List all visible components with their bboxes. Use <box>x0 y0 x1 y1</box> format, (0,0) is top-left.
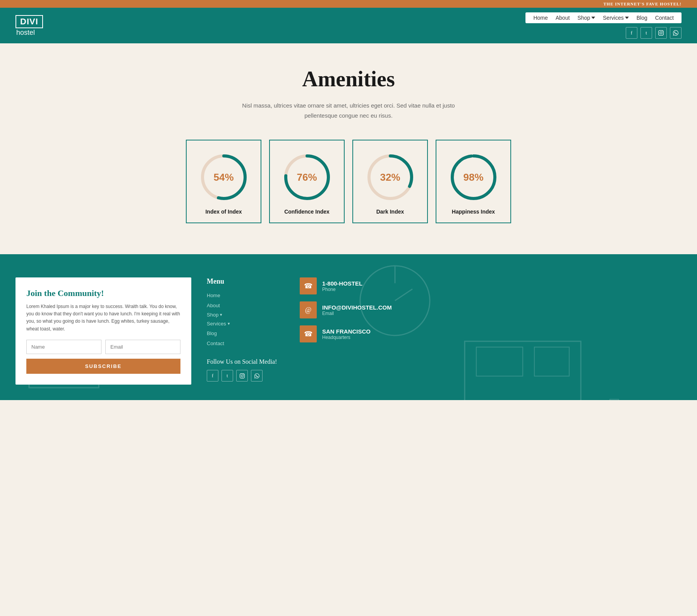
contact-label-2: Headquarters <box>322 335 371 340</box>
email-input[interactable] <box>105 340 180 354</box>
footer-instagram-icon[interactable] <box>236 370 248 382</box>
stat-value-stat1: 54% <box>213 171 233 183</box>
nav-home[interactable]: Home <box>533 15 548 21</box>
community-form-box: Join the Community! Lorem Khaled Ipsum i… <box>15 277 191 385</box>
footer-twitter-icon[interactable]: t <box>221 370 233 382</box>
svg-rect-18 <box>610 399 619 400</box>
form-inputs <box>26 340 180 354</box>
stat-label-stat1: Index of Index <box>205 209 242 215</box>
header-twitter-icon[interactable]: t <box>640 27 652 39</box>
header-facebook-icon[interactable]: f <box>626 27 637 39</box>
circle-stat4: 98% <box>448 152 499 202</box>
logo[interactable]: DIVI hostel <box>15 15 43 36</box>
footer-facebook-icon[interactable]: f <box>207 370 218 382</box>
footer-menu-title: Menu <box>207 277 284 286</box>
stat-card-stat1: 54% Index of Index <box>186 140 261 223</box>
stat-label-stat3: Dark Index <box>376 209 404 215</box>
name-input[interactable] <box>26 340 101 354</box>
stat-cards-container: 54% Index of Index 76% Confidence Index … <box>15 140 682 223</box>
contact-info-1: INFO@DIVIHOSTEL.COM Email <box>322 304 392 316</box>
header-whatsapp-icon[interactable] <box>670 27 682 39</box>
circle-stat2: 76% <box>282 152 332 202</box>
stat-label-stat2: Confidence Index <box>284 209 330 215</box>
subscribe-button[interactable]: SUBSCRIBE <box>26 359 180 374</box>
circle-stat3: 32% <box>365 152 415 202</box>
contact-item-2: ☎ SAN FRANCISCO Headquarters <box>300 325 682 342</box>
page-subtitle: Nisl massa, ultrices vitae ornare sit am… <box>240 101 457 120</box>
logo-hostel: hostel <box>15 29 43 36</box>
nav-services[interactable]: Services <box>603 15 629 21</box>
stat-value-stat4: 98% <box>463 171 483 183</box>
stat-card-stat3: 32% Dark Index <box>352 140 428 223</box>
contact-info-0: 1-800-HOSTEL Phone <box>322 280 362 292</box>
footer-form-column: Join the Community! Lorem Khaled Ipsum i… <box>15 277 191 385</box>
nav-shop[interactable]: Shop <box>577 15 595 21</box>
footer-menu-item[interactable]: Shop▾ <box>207 312 284 318</box>
logo-divi: DIVI <box>15 15 43 28</box>
contact-info-2: SAN FRANCISCO Headquarters <box>322 328 371 340</box>
top-bar: THE INTERNET'S FAVE HOSTEL! <box>0 0 697 8</box>
header-instagram-icon[interactable] <box>655 27 667 39</box>
page-title: Amenities <box>15 67 682 91</box>
form-title: Join the Community! <box>26 288 180 298</box>
form-desc: Lorem Khaled Ipsum is a major key to suc… <box>26 303 180 333</box>
site-header: DIVI hostel Home About Shop Services Blo… <box>0 8 697 43</box>
contact-value-1: INFO@DIVIHOSTEL.COM <box>322 304 392 311</box>
footer-menu-item[interactable]: Contact <box>207 340 284 347</box>
stat-card-stat2: 76% Confidence Index <box>269 140 345 223</box>
circle-stat1: 54% <box>199 152 249 202</box>
footer-contact-column: ☎ 1-800-HOSTEL Phone @ INFO@DIVIHOSTEL.C… <box>300 277 682 349</box>
contact-value-2: SAN FRANCISCO <box>322 328 371 335</box>
stat-label-stat4: Happiness Index <box>452 209 495 215</box>
stat-card-stat4: 98% Happiness Index <box>436 140 511 223</box>
contact-icon-2: ☎ <box>300 325 317 342</box>
footer-menu-item[interactable]: About <box>207 302 284 309</box>
contact-label-0: Phone <box>322 287 362 292</box>
footer-menu-item[interactable]: Services▾ <box>207 321 284 327</box>
contact-icon-1: @ <box>300 301 317 318</box>
nav-about[interactable]: About <box>556 15 570 21</box>
contact-icon-0: ☎ <box>300 277 317 294</box>
stat-value-stat2: 76% <box>297 171 317 183</box>
footer-menu-column: Menu HomeAboutShop▾Services▾BlogContact … <box>207 277 284 382</box>
footer-social-icons: f t <box>207 370 284 382</box>
amenities-section: Amenities Nisl massa, ultrices vitae orn… <box>0 43 697 254</box>
header-social-icons: f t <box>626 27 682 39</box>
footer-content: Join the Community! Lorem Khaled Ipsum i… <box>15 277 682 385</box>
contact-item-0: ☎ 1-800-HOSTEL Phone <box>300 277 682 294</box>
nav-blog[interactable]: Blog <box>637 15 647 21</box>
main-nav: Home About Shop Services Blog Contact <box>525 12 682 23</box>
footer-menu-links: HomeAboutShop▾Services▾BlogContact <box>207 292 284 347</box>
footer-social-title: Follow Us on Social Media! <box>207 358 284 365</box>
footer-menu-item[interactable]: Home <box>207 292 284 299</box>
nav-contact[interactable]: Contact <box>655 15 674 21</box>
top-bar-text: THE INTERNET'S FAVE HOSTEL! <box>603 2 682 6</box>
contact-item-1: @ INFO@DIVIHOSTEL.COM Email <box>300 301 682 318</box>
site-footer: Join the Community! Lorem Khaled Ipsum i… <box>0 254 697 400</box>
contact-label-1: Email <box>322 311 392 316</box>
header-right: Home About Shop Services Blog Contact f … <box>525 12 682 39</box>
contact-value-0: 1-800-HOSTEL <box>322 280 362 287</box>
stat-value-stat3: 32% <box>380 171 400 183</box>
footer-menu-item[interactable]: Blog <box>207 330 284 337</box>
footer-whatsapp-icon[interactable] <box>251 370 263 382</box>
